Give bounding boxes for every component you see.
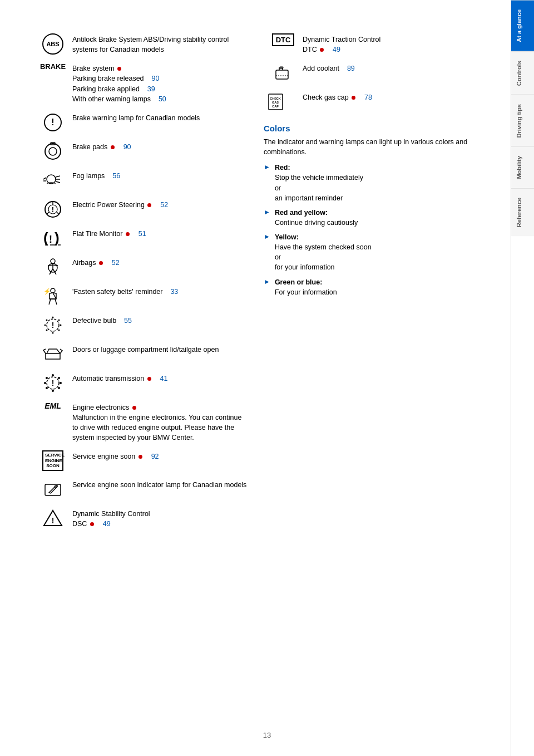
- dtc-text: Dynamic Traction Control DTC 49: [303, 33, 477, 55]
- color-item-yellow: ► Yellow: Have the system checked soon o…: [264, 232, 477, 273]
- fog-ref[interactable]: 56: [112, 172, 120, 180]
- eml-icon: EML: [33, 401, 72, 410]
- color-item-red-yellow: ► Red and yellow: Continue driving cauti…: [264, 208, 477, 228]
- coolant-ref[interactable]: 89: [347, 65, 355, 72]
- color-label-red-yellow: Red and yellow:: [275, 209, 328, 217]
- brake-warning-icon: !: [33, 112, 72, 133]
- lamp-row-doors: Doors or luggage compartment lid/tailgat…: [33, 343, 247, 365]
- airbags-dot: [99, 261, 103, 265]
- sidebar-tab-mobility[interactable]: Mobility: [511, 146, 534, 188]
- color-arrow-red-yellow: ►: [264, 208, 270, 216]
- lamp-row-auto-trans: ! Automatic transmission 41: [33, 372, 247, 394]
- lamp-row-coolant: Add coolant 89: [264, 62, 477, 84]
- service-engine-text: Service engine soon 92: [72, 450, 247, 462]
- svg-text:!: !: [52, 321, 55, 330]
- svg-point-44: [44, 324, 46, 326]
- brake-pads-dot: [111, 145, 115, 149]
- lamp-row-gas-cap: CHECK GAS CAP Check gas cap 78: [264, 91, 477, 112]
- svg-text:⚡: ⚡: [43, 287, 51, 295]
- dtc-ref[interactable]: 49: [333, 46, 340, 53]
- svg-point-42: [52, 332, 54, 333]
- fog-icon: [33, 170, 72, 191]
- doors-text: Doors or luggage compartment lid/tailgat…: [72, 343, 247, 355]
- svg-text:!: !: [52, 379, 55, 387]
- flat-tire-dot: [126, 232, 130, 236]
- brake-icon: BRAKE: [33, 62, 72, 71]
- brake-applied-ref[interactable]: 39: [147, 85, 155, 93]
- svg-point-2: [45, 144, 61, 159]
- brake-released-ref[interactable]: 90: [151, 75, 159, 82]
- lamp-row-fog: Fog lamps 56: [33, 170, 247, 191]
- svg-text:GAS: GAS: [272, 101, 279, 104]
- seatbelt-text: 'Fasten safety belts' reminder 33: [72, 286, 247, 297]
- lamp-row-service-engine: SERVICEENGINESOON Service engine soon 92: [33, 450, 247, 471]
- svg-text:!: !: [52, 516, 55, 525]
- flat-tire-ref[interactable]: 51: [139, 230, 146, 238]
- color-arrow-red: ►: [264, 163, 270, 171]
- svg-point-49: [58, 377, 60, 379]
- coolant-text: Add coolant 89: [303, 62, 477, 73]
- dtc-icon: DTC: [264, 33, 303, 46]
- seatbelt-ref[interactable]: 33: [170, 288, 178, 296]
- brake-pads-icon: [33, 141, 72, 162]
- eml-text: Engine electronics Malfunction in the en…: [72, 401, 247, 443]
- svg-point-51: [58, 387, 60, 389]
- auto-trans-dot: [147, 377, 151, 381]
- svg-point-52: [52, 390, 54, 392]
- color-content-yellow: Yellow: Have the system checked soon or …: [275, 232, 372, 273]
- svg-text:!: !: [52, 205, 54, 214]
- eps-dot: [147, 203, 151, 207]
- svg-point-54: [44, 382, 46, 384]
- auto-trans-text: Automatic transmission 41: [72, 372, 247, 384]
- sidebar-tab-at-a-glance[interactable]: At a glance: [511, 0, 534, 51]
- dsc-ref[interactable]: 49: [103, 520, 111, 528]
- eps-icon: !: [33, 199, 72, 220]
- airbags-ref[interactable]: 52: [112, 259, 120, 267]
- color-item-red: ► Red: Stop the vehicle immediately or a…: [264, 163, 477, 203]
- gas-cap-icon: CHECK GAS CAP: [264, 91, 303, 112]
- svg-point-43: [46, 329, 48, 331]
- eps-text: Electric Power Steering 52: [72, 199, 247, 210]
- color-item-green-blue: ► Green or blue: For your information: [264, 277, 477, 297]
- auto-trans-ref[interactable]: 41: [160, 375, 168, 382]
- svg-point-41: [58, 329, 60, 331]
- svg-line-34: [55, 299, 57, 305]
- brake-pads-ref[interactable]: 90: [123, 143, 131, 151]
- brake-text: Brake system Parking brake released 90 P…: [72, 62, 247, 104]
- brake-warning-text: Brake warning lamp for Canadian models: [72, 112, 247, 123]
- sidebar-tab-driving-tips[interactable]: Driving tips: [511, 95, 534, 147]
- svg-point-38: [52, 316, 54, 318]
- svg-point-23: [51, 259, 55, 263]
- sidebar: At a glance Controls Driving tips Mobili…: [511, 0, 534, 756]
- gas-cap-text: Check gas cap 78: [303, 91, 477, 102]
- color-label-yellow: Yellow:: [275, 233, 299, 241]
- lamp-row-service-canada: Service engine soon indicator lamp for C…: [33, 479, 247, 500]
- svg-point-45: [46, 319, 48, 321]
- color-content-red-yellow: Red and yellow: Continue driving cautiou…: [275, 208, 358, 228]
- service-engine-dot: [139, 455, 142, 459]
- service-engine-ref[interactable]: 92: [151, 453, 159, 460]
- abs-text: Antilock Brake System ABS/Driving stabil…: [72, 33, 247, 55]
- svg-text:!: !: [51, 117, 54, 127]
- sidebar-tab-controls[interactable]: Controls: [511, 51, 534, 95]
- lamp-row-eps: ! Electric Power Steering 52: [33, 199, 247, 220]
- svg-line-8: [56, 181, 60, 183]
- sidebar-tab-reference[interactable]: Reference: [511, 188, 534, 236]
- colors-section: Colors The indicator and warning lamps c…: [264, 124, 477, 297]
- svg-rect-56: [45, 484, 61, 495]
- eml-label: EML: [44, 401, 61, 410]
- eps-ref[interactable]: 52: [160, 201, 168, 209]
- auto-trans-icon: !: [33, 372, 72, 394]
- svg-point-53: [46, 387, 48, 389]
- color-label-red: Red:: [275, 164, 290, 171]
- svg-rect-59: [276, 70, 288, 79]
- dsc-icon: !: [33, 508, 72, 529]
- svg-text:CHECK: CHECK: [270, 97, 281, 100]
- lamp-row-flat-tire: ( ! ) Flat Tire Monitor 51: [33, 228, 247, 249]
- brake-warning-ref[interactable]: 50: [159, 95, 166, 103]
- svg-point-3: [49, 148, 57, 155]
- color-content-green-blue: Green or blue: For your information: [275, 277, 337, 297]
- defective-bulb-ref[interactable]: 55: [124, 317, 132, 325]
- page-number: 13: [263, 731, 271, 739]
- gas-cap-ref[interactable]: 78: [364, 94, 372, 101]
